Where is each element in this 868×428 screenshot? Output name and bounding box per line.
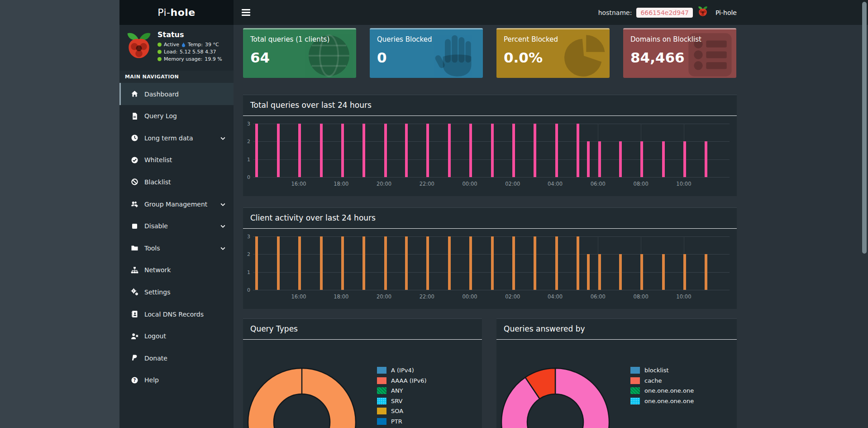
sidebar-item-label: Blacklist — [144, 178, 171, 186]
sidebar-item-blacklist[interactable]: Blacklist — [119, 171, 234, 193]
queries-answered-by-legend: blocklistcacheone.one.one.oneone.one.one… — [630, 367, 694, 408]
x-axis-tick-label: 18:00 — [331, 293, 351, 300]
query-bar — [619, 254, 622, 290]
status-active-label: Active — [164, 42, 179, 48]
pihole-dashboard: Pi-hole hostname: 666154e2d947 Pi-hole S… — [0, 0, 868, 428]
sidebar-item-tools[interactable]: Tools — [119, 237, 234, 259]
sidebar-item-logout[interactable]: Logout — [119, 325, 234, 347]
panel-client-activity: Client activity over last 24 hours 01231… — [243, 207, 737, 309]
brand-prefix: Pi- — [157, 7, 170, 18]
query-bar — [512, 124, 515, 177]
panel-total-queries: Total queries over last 24 hours 012316:… — [243, 95, 737, 196]
page-scrollbar[interactable] — [862, 2, 867, 254]
query-bar — [598, 254, 601, 290]
sidebar-item-local-dns-records[interactable]: Local DNS Records — [119, 303, 234, 325]
query-bar — [619, 141, 622, 177]
sidebar-toggle-icon[interactable] — [242, 8, 252, 17]
query-types-legend: A (IPv4)AAAA (IPv6)ANYSRVSOAPTRTXTNAPTR — [377, 367, 427, 428]
legend-color-swatch — [377, 387, 386, 394]
stat-card-title: Percent Blocked — [504, 35, 602, 43]
x-axis-tick-label: 02:00 — [503, 293, 523, 300]
status-row-memory: Memory usage: 19.9 % — [157, 56, 222, 62]
legend-color-swatch — [377, 367, 386, 374]
y-axis-tick-label: 2 — [243, 251, 250, 257]
legend-label: AAAA (IPv6) — [391, 377, 427, 384]
file-icon — [131, 112, 138, 120]
legend-color-swatch — [377, 377, 386, 384]
query-bar — [683, 141, 686, 177]
legend-item-one-one-one-one[interactable]: one.one.one.one — [630, 387, 694, 394]
x-axis-tick-label: 06:00 — [588, 181, 608, 187]
sidebar-item-whitelist[interactable]: Whitelist — [119, 149, 234, 171]
legend-item-one-one-one-one[interactable]: one.one.one.one — [630, 398, 694, 404]
sidebar-item-label: Dashboard — [144, 91, 179, 98]
app-logo[interactable]: Pi-hole — [119, 0, 234, 25]
legend-color-swatch — [377, 418, 386, 425]
queries-answered-by-donut — [500, 367, 610, 428]
status-row-active: Active Temp: 39 °C — [157, 42, 222, 48]
sidebar-item-network[interactable]: Network — [119, 259, 234, 281]
legend-item-aaaa-ipv6-[interactable]: AAAA (IPv6) — [377, 377, 427, 384]
sidebar-item-donate[interactable]: Donate — [119, 347, 234, 369]
status-load-dot — [157, 50, 162, 54]
question-icon: ? — [131, 376, 138, 384]
stat-card-2: Queries Blocked0 — [370, 28, 483, 78]
gridline-y — [253, 177, 730, 178]
query-bar — [341, 124, 344, 177]
legend-color-swatch — [630, 387, 640, 394]
legend-label: blocklist — [644, 367, 669, 374]
sidebar-item-settings[interactable]: Settings — [119, 281, 234, 303]
y-axis-tick-label: 0 — [243, 174, 250, 180]
sidebar-item-label: Long term data — [144, 135, 193, 142]
memory-value: 19.9 % — [205, 56, 222, 62]
x-axis-tick-label: 06:00 — [588, 293, 608, 300]
memory-label: Memory usage: — [164, 56, 202, 62]
users-gear-icon — [131, 200, 138, 208]
sidebar-item-label: Whitelist — [144, 156, 172, 164]
sidebar-item-group-management[interactable]: Group Management — [119, 193, 234, 215]
query-bar — [705, 254, 707, 290]
sidebar-item-label: Donate — [144, 355, 167, 362]
sidebar-item-label: Group Management — [144, 201, 207, 208]
legend-item-any[interactable]: ANY — [377, 387, 427, 394]
sidebar-item-dashboard[interactable]: Dashboard — [119, 83, 234, 105]
legend-color-swatch — [377, 408, 386, 414]
y-axis-tick-label: 3 — [243, 234, 250, 240]
legend-item-soa[interactable]: SOA — [377, 408, 427, 414]
hostname-label: hostname: — [598, 9, 632, 16]
legend-label: one.one.one.one — [644, 387, 694, 394]
status-title: Status — [157, 30, 222, 39]
sidebar-item-label: Help — [144, 376, 159, 384]
stat-card-1: Total queries (1 clients)64 — [243, 28, 356, 78]
sidebar-item-label: Settings — [144, 289, 170, 296]
brand-bold: hole — [171, 7, 196, 18]
pihole-logo-icon — [125, 30, 153, 64]
query-bar — [534, 124, 536, 177]
query-bar — [555, 236, 558, 290]
query-bar — [662, 141, 665, 177]
query-bar — [384, 124, 387, 177]
query-bar — [448, 236, 451, 290]
sitemap-icon — [131, 266, 138, 274]
legend-item-blocklist[interactable]: blocklist — [630, 367, 694, 374]
query-bar — [469, 124, 472, 177]
chevron-down-icon — [220, 201, 225, 208]
query-bar — [640, 141, 643, 177]
sidebar-item-disable[interactable]: Disable — [119, 215, 234, 237]
query-bar — [298, 236, 301, 290]
sidebar-item-help[interactable]: ?Help — [119, 369, 234, 391]
legend-item-a-ipv4-[interactable]: A (IPv4) — [377, 367, 427, 374]
sidebar-item-label: Query Log — [144, 112, 177, 120]
query-bar — [640, 254, 643, 290]
y-axis-tick-label: 0 — [243, 287, 250, 293]
legend-item-cache[interactable]: cache — [630, 377, 694, 384]
svg-text:?: ? — [134, 378, 136, 383]
legend-item-ptr[interactable]: PTR — [377, 418, 427, 425]
brand-right-label: Pi-hole — [715, 9, 737, 16]
top-navbar: Pi-hole hostname: 666154e2d947 Pi-hole — [119, 0, 868, 25]
legend-item-srv[interactable]: SRV — [377, 398, 427, 404]
query-bar — [426, 236, 429, 290]
sidebar-item-long-term-data[interactable]: Long term data — [119, 127, 234, 149]
panel-query-types: Query Types A (IPv4)AAAA (IPv6)ANYSRVSOA… — [243, 318, 482, 428]
sidebar-item-query-log[interactable]: Query Log — [119, 105, 234, 127]
